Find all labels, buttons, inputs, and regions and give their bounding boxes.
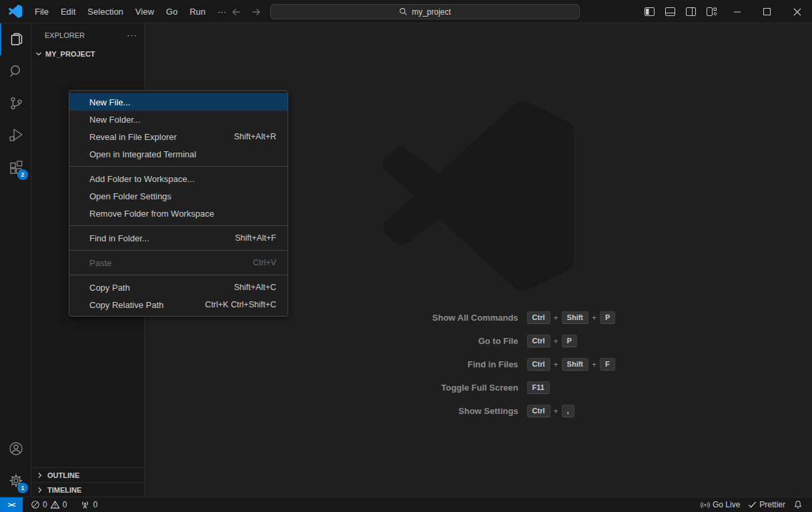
maximize-icon <box>763 8 771 15</box>
menu-item-find-in-folder[interactable]: Find in Folder... Shift+Alt+F <box>69 229 288 247</box>
menu-edit[interactable]: Edit <box>55 0 81 23</box>
activitybar-extensions[interactable]: 2 <box>0 151 31 183</box>
vscode-logo-icon <box>9 5 22 18</box>
warning-count: 0 <box>63 500 67 509</box>
key-cap: P <box>600 311 615 324</box>
menu-item-add-folder-to-workspace[interactable]: Add Folder to Workspace... <box>69 170 288 187</box>
search-icon <box>399 7 408 16</box>
check-icon <box>748 501 757 509</box>
search-icon <box>8 63 24 79</box>
menu-item-paste: Paste Ctrl+V <box>69 254 288 271</box>
menu-selection[interactable]: Selection <box>81 0 129 23</box>
explorer-header: EXPLORER ··· <box>31 23 144 47</box>
menu-bar: File Edit Selection View Go Run ··· <box>29 0 232 23</box>
chevron-down-icon <box>34 49 43 59</box>
go-live-button[interactable]: Go Live <box>697 497 744 512</box>
status-bar-right: Go Live Prettier <box>697 497 812 512</box>
chevron-right-icon <box>35 471 45 480</box>
activitybar-settings[interactable]: 1 <box>0 465 31 497</box>
watermark-shortcut-list: Show All Commands Ctrl + Shift + P Go to… <box>342 310 616 427</box>
activitybar-account[interactable] <box>0 433 31 465</box>
vscode-watermark-logo <box>383 101 574 291</box>
menu-item-open-folder-settings[interactable]: Open Folder Settings <box>69 187 288 205</box>
shortcut-row: Go to File Ctrl + P <box>342 333 616 349</box>
menu-separator <box>69 225 288 226</box>
warning-icon <box>50 500 60 509</box>
toggle-panel-button[interactable] <box>660 0 681 23</box>
command-center-label: my_project <box>412 7 451 17</box>
prettier-label: Prettier <box>759 500 785 509</box>
menu-more-icon[interactable]: ··· <box>212 0 232 23</box>
menu-item-reveal-in-file-explorer[interactable]: Reveal in File Explorer Shift+Alt+R <box>69 128 288 145</box>
notifications-button[interactable] <box>789 497 807 512</box>
menu-file[interactable]: File <box>29 0 55 23</box>
menu-item-copy-path[interactable]: Copy Path Shift+Alt+C <box>69 279 288 296</box>
prettier-status[interactable]: Prettier <box>744 497 789 512</box>
remote-icon: >< <box>8 501 15 509</box>
menu-item-copy-relative-path[interactable]: Copy Relative Path Ctrl+K Ctrl+Shift+C <box>69 296 288 313</box>
menu-item-new-folder[interactable]: New Folder... <box>69 111 288 128</box>
toggle-sidebar-button[interactable] <box>639 0 660 23</box>
timeline-section[interactable]: TIMELINE <box>31 482 144 497</box>
source-control-icon <box>8 95 24 111</box>
remote-indicator[interactable]: >< <box>0 497 23 512</box>
command-center-search[interactable]: my_project <box>270 4 580 19</box>
broadcast-icon <box>701 501 710 509</box>
activitybar-explorer[interactable] <box>0 23 31 55</box>
menu-separator <box>69 275 288 275</box>
explorer-more-actions-icon[interactable]: ··· <box>127 30 137 40</box>
maximize-button[interactable] <box>752 0 782 23</box>
close-button[interactable] <box>782 0 812 23</box>
menu-item-open-in-integrated-terminal[interactable]: Open in Integrated Terminal <box>69 145 288 163</box>
shortcut-label: Go to File <box>342 336 518 346</box>
key-cap: Ctrl <box>527 311 550 324</box>
folder-my-project[interactable]: MY_PROJECT <box>31 47 144 61</box>
settings-badge: 1 <box>17 483 28 493</box>
minimize-button[interactable] <box>722 0 752 23</box>
forward-arrow-icon[interactable] <box>251 7 262 17</box>
account-icon <box>8 441 24 457</box>
minimize-icon <box>733 8 741 16</box>
explorer-context-menu: New File... New Folder... Reveal in File… <box>69 90 288 317</box>
run-debug-icon <box>7 127 25 144</box>
activitybar-search[interactable] <box>0 55 31 87</box>
key-cap: F11 <box>527 381 550 394</box>
key-cap: Ctrl <box>527 335 550 347</box>
timeline-label: TIMELINE <box>47 486 81 494</box>
ports-indicator[interactable]: 0 <box>76 497 101 512</box>
files-icon <box>9 31 25 47</box>
ports-count: 0 <box>93 500 97 509</box>
menu-view[interactable]: View <box>129 0 160 23</box>
menu-run[interactable]: Run <box>183 0 212 23</box>
problems-indicator[interactable]: 0 0 <box>27 497 71 512</box>
vscode-window: File Edit Selection View Go Run ··· my_p… <box>0 0 812 512</box>
chevron-right-icon <box>35 485 45 495</box>
menu-item-new-file[interactable]: New File... <box>69 93 288 111</box>
key-cap: Ctrl <box>527 405 550 417</box>
key-cap: Shift <box>562 358 588 371</box>
activity-bar: 2 1 <box>0 23 31 497</box>
key-cap: P <box>562 335 577 347</box>
window-controls <box>639 0 812 23</box>
key-cap: , <box>562 405 574 417</box>
activitybar-run-debug[interactable] <box>0 119 31 151</box>
shortcut-row: Toggle Full Screen F11 <box>342 380 616 395</box>
customize-layout-button[interactable] <box>701 0 722 23</box>
toggle-secondary-sidebar-button[interactable] <box>681 0 701 23</box>
shortcut-row: Show Settings Ctrl + , <box>342 403 616 419</box>
extensions-badge: 2 <box>17 169 28 180</box>
back-arrow-icon[interactable] <box>231 7 242 17</box>
activitybar-spacer <box>0 183 31 433</box>
menu-go[interactable]: Go <box>160 0 183 23</box>
outline-section[interactable]: OUTLINE <box>31 467 144 482</box>
error-icon <box>31 500 40 509</box>
close-icon <box>793 8 801 16</box>
menu-separator <box>69 250 288 251</box>
panel-left-icon <box>646 9 649 15</box>
shortcut-label: Find in Files <box>342 359 518 369</box>
key-cap: F <box>600 358 615 371</box>
activitybar-source-control[interactable] <box>0 87 31 119</box>
title-bar: File Edit Selection View Go Run ··· my_p… <box>0 0 812 23</box>
menu-item-remove-folder-from-workspace[interactable]: Remove Folder from Workspace <box>69 205 288 222</box>
nav-history <box>231 0 262 23</box>
